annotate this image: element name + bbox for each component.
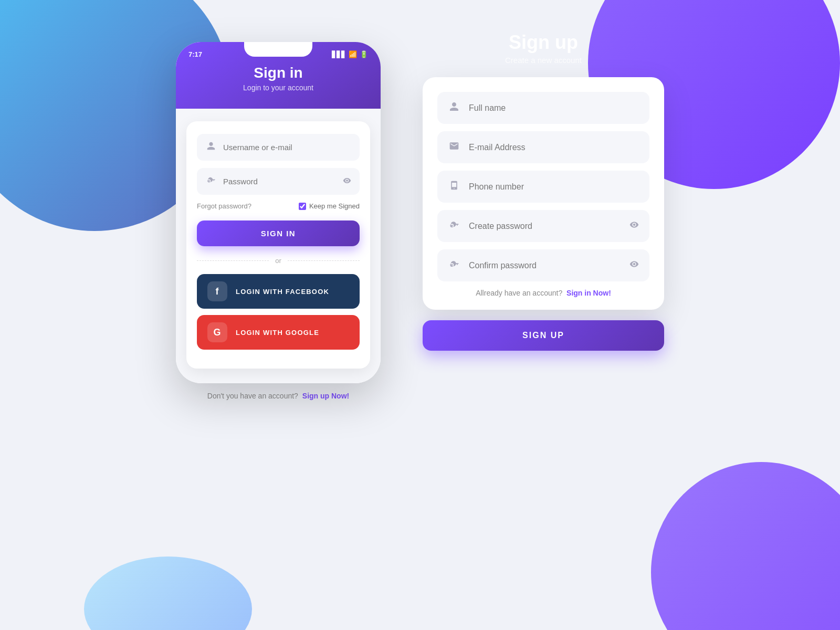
- wifi-icon: 📶: [349, 50, 357, 58]
- username-input-group: [197, 134, 360, 161]
- phone-input[interactable]: [469, 182, 639, 192]
- signin-footer: Don't you have an account? Sign up Now!: [207, 383, 349, 404]
- password-input-group: [197, 168, 360, 195]
- email-input-group: [437, 131, 649, 163]
- google-login-button[interactable]: G LOGIN WITH GOOGLE: [197, 315, 360, 350]
- phone-notch: [244, 42, 312, 57]
- signin-title: Sign in: [188, 65, 368, 81]
- fullname-input[interactable]: [469, 103, 639, 113]
- eye-icon-create-password[interactable]: [629, 220, 639, 232]
- google-icon: G: [207, 322, 227, 342]
- signin-footer-text: Don't you have an account?: [207, 392, 298, 400]
- confirm-password-input-group: [437, 249, 649, 281]
- fullname-input-group: [437, 92, 649, 124]
- signup-panel: Sign up Create a new account: [423, 32, 664, 351]
- signin-card: Forgot password? Keep me Signed SIGN IN …: [186, 121, 370, 369]
- facebook-button-label: LOGIN WITH FACEBOOK: [236, 288, 329, 296]
- signup-card: Allready have an account? Sign in Now!: [423, 77, 664, 310]
- already-account-label: Allready have an account?: [476, 289, 562, 297]
- phone-body: Forgot password? Keep me Signed SIGN IN …: [176, 109, 381, 383]
- battery-icon: 🔋: [360, 50, 368, 58]
- google-button-label: LOGIN WITH GOOGLE: [236, 329, 319, 337]
- username-input[interactable]: [223, 143, 351, 152]
- main-content: 7:17 ▋▋▋ 📶 🔋 Sign in Login to your accou…: [0, 0, 840, 630]
- signin-now-link[interactable]: Sign in Now!: [566, 289, 611, 297]
- phone-icon: [448, 180, 460, 193]
- keep-signed-label[interactable]: Keep me Signed: [299, 202, 360, 210]
- sign-in-button[interactable]: SIGN IN: [197, 220, 360, 246]
- eye-icon-confirm-password[interactable]: [629, 259, 639, 271]
- eye-icon-signin[interactable]: [343, 176, 351, 187]
- keep-signed-text: Keep me Signed: [309, 202, 360, 210]
- remember-row: Forgot password? Keep me Signed: [197, 202, 360, 210]
- status-icons: ▋▋▋ 📶 🔋: [332, 50, 368, 58]
- divider-text: or: [275, 257, 281, 265]
- phone-mockup: 7:17 ▋▋▋ 📶 🔋 Sign in Login to your accou…: [176, 42, 381, 383]
- divider-line-right: [288, 260, 360, 261]
- password-input[interactable]: [223, 177, 337, 186]
- facebook-icon: f: [207, 281, 227, 301]
- already-account-text: Allready have an account? Sign in Now!: [437, 289, 649, 297]
- create-password-input-group: [437, 210, 649, 242]
- key-icon-confirm: [448, 259, 460, 272]
- confirm-password-input[interactable]: [469, 261, 621, 270]
- facebook-login-button[interactable]: f LOGIN WITH FACEBOOK: [197, 274, 360, 309]
- signup-now-link[interactable]: Sign up Now!: [302, 392, 349, 400]
- signin-phone-wrapper: 7:17 ▋▋▋ 📶 🔋 Sign in Login to your accou…: [176, 42, 381, 404]
- signup-title: Sign up: [509, 32, 578, 54]
- key-icon-signin: [205, 175, 217, 187]
- key-icon-signup: [448, 219, 460, 233]
- divider: or: [197, 257, 360, 265]
- email-input[interactable]: [469, 143, 639, 152]
- signup-subtitle: Create a new account: [505, 56, 582, 65]
- status-time: 7:17: [188, 50, 202, 58]
- forgot-password-link[interactable]: Forgot password?: [197, 202, 251, 210]
- user-icon: [205, 141, 217, 153]
- signin-subtitle: Login to your account: [188, 83, 368, 92]
- divider-line-left: [197, 260, 269, 261]
- keep-signed-checkbox[interactable]: [299, 203, 306, 210]
- signal-icon: ▋▋▋: [332, 51, 346, 58]
- email-icon: [448, 141, 460, 154]
- fullname-user-icon: [448, 101, 460, 114]
- signup-button[interactable]: SIGN UP: [423, 320, 664, 351]
- create-password-input[interactable]: [469, 222, 621, 231]
- phone-input-group: [437, 171, 649, 203]
